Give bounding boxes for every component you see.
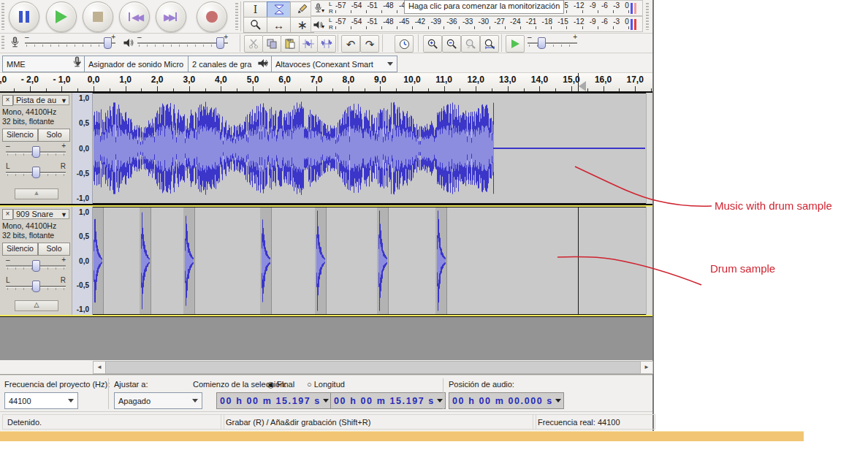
- meter-tick-label: -48: [383, 1, 393, 9]
- playhead-triangle[interactable]: [579, 81, 586, 91]
- track1-collapse-button[interactable]: ▲: [15, 188, 58, 199]
- selection-end-field[interactable]: 00 h 00 m 15.197 s: [330, 392, 446, 409]
- timeline-label: 17,0: [627, 75, 644, 85]
- paste-button[interactable]: [281, 35, 300, 53]
- zoom-tool-button[interactable]: [243, 17, 267, 33]
- playback-meter[interactable]: ▾ LR -57-54-51-48-45-42-39-36-33-30-27-2…: [311, 16, 643, 32]
- timeline-label: 10,0: [403, 75, 420, 85]
- meter-tick-label: -39: [430, 18, 441, 26]
- playback-volume-slider[interactable]: –+: [137, 35, 228, 50]
- toolbar-grip[interactable]: [646, 3, 649, 30]
- pencil-icon: [297, 4, 308, 15]
- redo-button[interactable]: ↷: [360, 35, 379, 53]
- record-button[interactable]: [197, 1, 227, 32]
- toolbar-grip[interactable]: [1, 3, 4, 30]
- track1-waveform[interactable]: [93, 93, 646, 204]
- envelope-icon: [273, 4, 285, 15]
- redo-icon: ↷: [365, 39, 375, 50]
- toolbar-grip[interactable]: [235, 3, 238, 30]
- scroll-right-arrow[interactable]: ►: [640, 361, 653, 374]
- zoom-selection-button[interactable]: [461, 35, 480, 53]
- zoom-fit-button[interactable]: [480, 35, 499, 53]
- recording-device-select[interactable]: Asignador de sonido Micro: [84, 56, 205, 72]
- track2-pan-slider[interactable]: LR: [6, 278, 66, 293]
- scroll-left-arrow[interactable]: ◄: [93, 361, 106, 374]
- silence-audio-button[interactable]: [317, 35, 336, 53]
- timeline-tick: [428, 88, 429, 91]
- pause-button[interactable]: [9, 1, 39, 32]
- radio-length[interactable]: ○ Longitud: [307, 380, 345, 389]
- zoom-fit-icon: [484, 39, 495, 50]
- meter-tick-label: -15: [557, 18, 568, 26]
- vertical-scrollbar[interactable]: [646, 207, 652, 315]
- cut-button[interactable]: [244, 35, 263, 53]
- recording-volume-thumb[interactable]: [104, 37, 112, 49]
- timeshift-tool-button[interactable]: ↔: [267, 17, 291, 33]
- zoom-in-button[interactable]: [423, 35, 442, 53]
- sync-lock-button[interactable]: [395, 35, 414, 53]
- track2-vertical-ruler[interactable]: 1,00,50,0-0,5-1,0: [72, 207, 93, 315]
- track-drums: × 909 Snare▼ Mono, 44100Hz 32 bits, flot…: [0, 207, 652, 315]
- timeline-ruler[interactable]: - 3,0- 2,0- 1,00,01,02,03,04,05,06,07,08…: [0, 73, 652, 93]
- horizontal-scrollbar[interactable]: ◄ ►: [0, 360, 652, 374]
- recording-volume-slider[interactable]: –+: [25, 35, 115, 50]
- timeline-tick: [396, 88, 397, 91]
- play-button[interactable]: [46, 1, 77, 32]
- meter-dropdown-arrow[interactable]: ▾: [321, 23, 324, 30]
- radio-end[interactable]: ◉ FInal: [267, 380, 294, 389]
- playback-device-select[interactable]: Altavoces (Conexant Smart: [271, 56, 397, 72]
- snap-to-select[interactable]: Apagado: [114, 392, 202, 409]
- selection-tool-button[interactable]: I: [243, 1, 267, 18]
- play-speed-slider[interactable]: –+: [528, 35, 577, 50]
- meter-tick-label: -33: [462, 18, 473, 26]
- amplitude-label: 1,0: [79, 94, 89, 102]
- envelope-tool-button[interactable]: [267, 1, 291, 18]
- toolbar-grip[interactable]: [1, 36, 4, 50]
- mute-button[interactable]: Silencio: [2, 243, 38, 256]
- scissors-icon: [248, 39, 259, 49]
- track2-waveform[interactable]: [93, 207, 646, 315]
- track2-collapse-button[interactable]: △: [15, 300, 58, 311]
- rewind-button[interactable]: ◀◀: [119, 1, 150, 32]
- selection-start-field[interactable]: 00 h 00 m 15.197 s: [216, 392, 332, 409]
- close-track-button[interactable]: ×: [2, 209, 13, 220]
- solo-button[interactable]: Solo: [38, 129, 70, 142]
- solo-button[interactable]: Solo: [38, 243, 70, 256]
- track2-gain-slider[interactable]: –+: [6, 258, 66, 272]
- timeline-tick: [189, 86, 190, 91]
- undo-button[interactable]: ↶: [341, 35, 360, 53]
- scrollbar-thumb[interactable]: [105, 361, 643, 374]
- track1-pan-slider[interactable]: LR: [6, 164, 66, 179]
- play-speed-thumb[interactable]: [538, 37, 546, 49]
- track2-title-menu[interactable]: 909 Snare▼: [13, 209, 69, 219]
- copy-button[interactable]: [262, 35, 281, 53]
- mute-button[interactable]: Silencio: [2, 129, 38, 142]
- track2-gain-thumb[interactable]: [32, 260, 40, 272]
- track1-title-menu[interactable]: Pista de au▼: [13, 95, 69, 105]
- timeline-tick: [110, 88, 110, 91]
- project-rate-select[interactable]: 44100: [4, 392, 78, 409]
- track1-gain-slider[interactable]: –+: [6, 144, 66, 159]
- track1-gain-thumb[interactable]: [32, 146, 40, 158]
- meter-tick-label: -9: [590, 18, 596, 26]
- play-at-speed-button[interactable]: [506, 35, 525, 53]
- track2-pan-thumb[interactable]: [32, 281, 40, 292]
- trim-audio-button[interactable]: [299, 35, 318, 53]
- amplitude-label: 0,5: [79, 119, 89, 127]
- meter-dropdown-arrow[interactable]: ▾: [321, 7, 324, 14]
- close-track-button[interactable]: ×: [2, 95, 13, 106]
- vertical-scrollbar[interactable]: [646, 93, 652, 204]
- track1-pan-thumb[interactable]: [32, 167, 40, 178]
- track1-control-panel: × Pista de au▼ Mono, 44100Hz 32 bits, fl…: [0, 93, 72, 204]
- zoom-out-button[interactable]: [442, 35, 461, 53]
- timeline-tick: [587, 88, 588, 91]
- screen: ◀◀ ▶▶ I: [0, 0, 868, 450]
- fast-forward-button[interactable]: ▶▶: [156, 1, 186, 32]
- meter-tick-label: -6: [601, 18, 608, 26]
- audio-position-field[interactable]: 00 h 00 m 00.000 s: [449, 392, 564, 409]
- stop-button[interactable]: [83, 1, 113, 32]
- playback-volume-thumb[interactable]: [216, 37, 224, 49]
- track1-vertical-ruler[interactable]: 1,00,50,0-0,5-1,0: [72, 93, 93, 204]
- timeline-tick: [269, 88, 270, 91]
- timeline-label: 13,0: [499, 75, 516, 85]
